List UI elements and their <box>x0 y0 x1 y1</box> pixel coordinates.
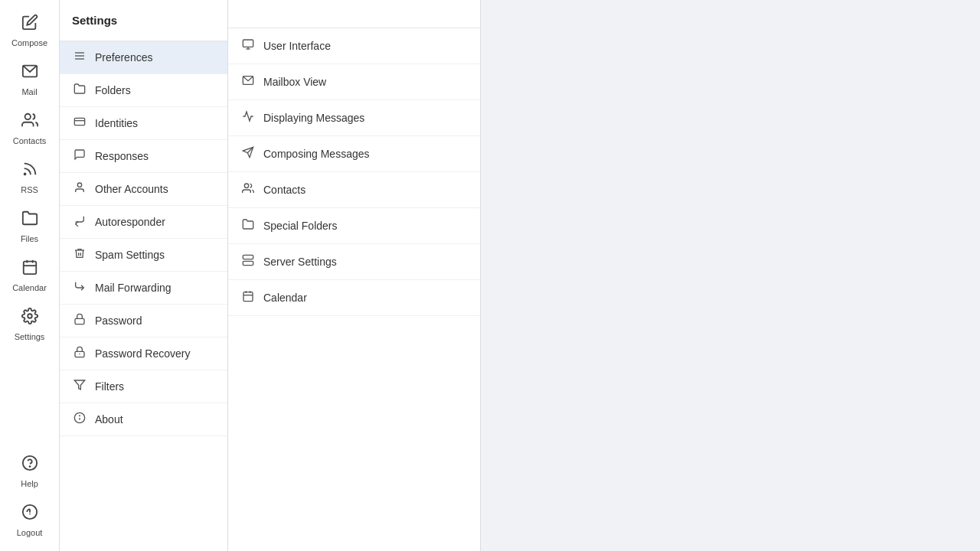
special-folders-icon <box>240 218 256 233</box>
sub-contacts-icon <box>240 182 256 197</box>
svg-point-2 <box>24 174 25 175</box>
nav-item-help[interactable]: Help <box>0 447 59 496</box>
menu-item-folders[interactable]: Folders <box>60 74 227 107</box>
nav-label-compose: Compose <box>11 38 47 47</box>
server-settings-icon <box>240 254 256 269</box>
svg-point-32 <box>244 184 248 187</box>
svg-rect-3 <box>23 262 36 275</box>
responses-icon <box>72 148 87 164</box>
sub-panel-header <box>228 0 480 28</box>
password-recovery-icon <box>72 346 87 361</box>
submenu-label-special-folders: Special Folders <box>263 220 338 232</box>
submenu-item-contacts[interactable]: Contacts <box>228 172 480 208</box>
menu-item-autoresponder[interactable]: Autoresponder <box>60 206 227 239</box>
submenu-label-displaying-messages: Displaying Messages <box>263 112 364 124</box>
nav-item-logout[interactable]: Logout <box>0 496 59 545</box>
submenu-item-special-folders[interactable]: Special Folders <box>228 208 480 244</box>
settings-panel: Settings Preferences Folders Identities … <box>60 0 228 551</box>
menu-label-preferences: Preferences <box>95 51 152 64</box>
menu-item-mail-forwarding[interactable]: Mail Forwarding <box>60 272 227 305</box>
settings-title: Settings <box>60 0 227 41</box>
help-icon <box>21 455 38 476</box>
displaying-messages-icon <box>240 110 256 126</box>
nav-item-mail[interactable]: Mail <box>0 55 59 104</box>
menu-label-about: About <box>95 413 123 425</box>
svg-rect-26 <box>243 40 253 47</box>
sub-panel: User Interface Mailbox View Displaying M… <box>228 0 481 551</box>
svg-marker-22 <box>74 380 84 390</box>
menu-item-password-recovery[interactable]: Password Recovery <box>60 337 227 370</box>
menu-item-identities[interactable]: Identities <box>60 107 227 140</box>
nav-item-calendar[interactable]: Calendar <box>0 251 59 300</box>
other-accounts-icon <box>72 181 87 197</box>
nav-item-compose[interactable]: Compose <box>0 6 59 55</box>
menu-label-password: Password <box>95 315 142 327</box>
menu-item-responses[interactable]: Responses <box>60 140 227 173</box>
submenu-label-composing-messages: Composing Messages <box>263 148 370 160</box>
svg-rect-19 <box>75 318 84 324</box>
menu-label-password-recovery: Password Recovery <box>95 347 191 360</box>
calendar-icon <box>21 259 38 280</box>
icon-nav: Compose Mail Contacts RSS Files Calendar <box>0 0 60 551</box>
nav-label-help: Help <box>21 479 38 488</box>
main-content <box>481 0 980 551</box>
sub-calendar-icon <box>240 290 256 305</box>
submenu-item-composing-messages[interactable]: Composing Messages <box>228 136 480 172</box>
rss-icon <box>21 161 38 182</box>
svg-rect-34 <box>243 261 253 265</box>
filters-icon <box>72 379 87 394</box>
logout-icon <box>21 504 38 525</box>
password-icon <box>72 313 87 328</box>
svg-rect-16 <box>74 118 84 125</box>
identities-icon <box>72 116 87 131</box>
preferences-icon <box>72 50 87 65</box>
svg-point-7 <box>28 314 32 318</box>
autoresponder-icon <box>72 214 87 230</box>
nav-label-rss: RSS <box>21 185 38 194</box>
sub-menu: User Interface Mailbox View Displaying M… <box>228 28 480 316</box>
settings-menu: Preferences Folders Identities Responses <box>60 41 227 551</box>
submenu-label-calendar: Calendar <box>263 292 307 304</box>
nav-label-calendar: Calendar <box>12 283 47 292</box>
compose-icon <box>21 14 38 35</box>
composing-messages-icon <box>240 146 256 161</box>
menu-label-identities: Identities <box>95 117 138 129</box>
settings-icon <box>21 308 38 329</box>
nav-item-files[interactable]: Files <box>0 202 59 251</box>
nav-label-settings: Settings <box>15 332 45 341</box>
mailbox-view-icon <box>240 74 256 90</box>
about-icon <box>72 412 87 427</box>
menu-label-spam-settings: Spam Settings <box>95 249 165 261</box>
menu-label-filters: Filters <box>95 380 124 393</box>
menu-item-spam-settings[interactable]: Spam Settings <box>60 239 227 272</box>
submenu-label-user-interface: User Interface <box>263 40 331 52</box>
menu-item-filters[interactable]: Filters <box>60 370 227 403</box>
nav-item-contacts[interactable]: Contacts <box>0 104 59 153</box>
submenu-item-displaying-messages[interactable]: Displaying Messages <box>228 100 480 136</box>
menu-item-about[interactable]: About <box>60 403 227 436</box>
menu-item-preferences[interactable]: Preferences <box>60 41 227 74</box>
menu-label-autoresponder: Autoresponder <box>95 216 165 228</box>
menu-item-other-accounts[interactable]: Other Accounts <box>60 173 227 206</box>
menu-label-mail-forwarding: Mail Forwarding <box>95 282 172 294</box>
menu-item-password[interactable]: Password <box>60 305 227 337</box>
svg-rect-33 <box>243 255 253 259</box>
submenu-item-server-settings[interactable]: Server Settings <box>228 244 480 280</box>
mail-icon <box>21 63 38 84</box>
svg-point-18 <box>77 183 81 187</box>
user-interface-icon <box>240 38 256 54</box>
nav-item-rss[interactable]: RSS <box>0 153 59 202</box>
files-icon <box>21 210 38 231</box>
contacts-icon <box>21 112 38 133</box>
submenu-item-user-interface[interactable]: User Interface <box>228 28 480 64</box>
submenu-item-mailbox-view[interactable]: Mailbox View <box>228 64 480 100</box>
submenu-label-mailbox-view: Mailbox View <box>263 76 326 88</box>
nav-item-settings[interactable]: Settings <box>0 300 59 349</box>
submenu-label-server-settings: Server Settings <box>263 256 337 268</box>
menu-label-folders: Folders <box>95 84 131 96</box>
svg-point-1 <box>24 114 30 119</box>
menu-label-other-accounts: Other Accounts <box>95 183 168 195</box>
submenu-label-contacts: Contacts <box>263 184 305 196</box>
submenu-item-calendar[interactable]: Calendar <box>228 280 480 316</box>
nav-label-files: Files <box>21 234 38 243</box>
